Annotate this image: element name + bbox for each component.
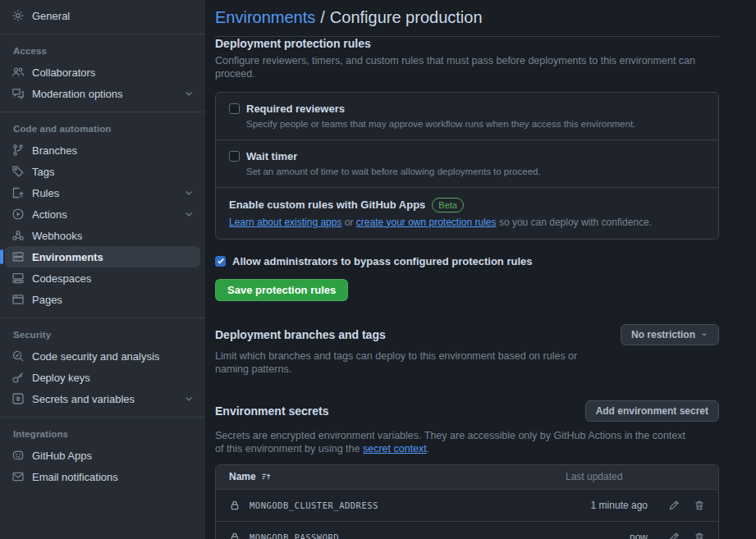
dropdown-selected-value: No restriction — [631, 329, 695, 340]
breadcrumb: Environments/Configure production — [215, 0, 719, 37]
settings-sidebar: General Access Collaborators Moderation … — [0, 0, 205, 539]
sidebar-item-label: Environments — [32, 251, 103, 263]
edit-secret-button[interactable] — [668, 532, 680, 539]
rule-custom-github-apps: Enable custom rules with GitHub Apps Bet… — [216, 187, 718, 239]
sidebar-item-label: Webhooks — [32, 230, 82, 242]
custom-rules-or-text: or — [341, 217, 355, 228]
rule-label: Required reviewers — [246, 103, 345, 115]
sidebar-item-branches[interactable]: Branches — [5, 139, 200, 161]
custom-rules-suffix-text: so you can deploy with confidence. — [497, 217, 652, 228]
protection-rules-box: Required reviewers Specify people or tea… — [215, 92, 719, 240]
beta-badge: Beta — [432, 198, 464, 212]
sidebar-section-access: Access — [0, 42, 205, 62]
column-header-name: Name — [229, 471, 256, 482]
sidebar-divider — [0, 417, 205, 418]
deployment-branches-description: Limit which branches and tags can deploy… — [215, 349, 607, 377]
secret-name: MONGODB_CLUSTER_ADDRESS — [250, 500, 378, 510]
sidebar-item-code-security[interactable]: Code security and analysis — [5, 345, 200, 367]
sidebar-item-collaborators[interactable]: Collaborators — [5, 62, 200, 83]
delete-secret-button[interactable] — [694, 500, 705, 511]
server-stack-icon — [11, 250, 25, 263]
sidebar-item-codespaces[interactable]: Codespaces — [5, 267, 200, 289]
environment-secrets-section: Environment secrets Add environment secr… — [215, 400, 719, 539]
rule-wait-timer: Wait timer Set an amount of time to wait… — [216, 139, 718, 187]
edit-secret-button[interactable] — [668, 500, 680, 511]
protection-rules-heading: Deployment protection rules — [215, 37, 719, 50]
chevron-down-icon — [184, 394, 194, 404]
sidebar-item-label: Collaborators — [32, 66, 95, 79]
sidebar-item-label: Moderation options — [32, 88, 123, 100]
webhook-icon — [11, 229, 25, 242]
branch-restriction-dropdown[interactable]: No restriction — [621, 324, 719, 345]
pencil-icon — [668, 532, 680, 539]
sidebar-item-deploy-keys[interactable]: Deploy keys — [5, 367, 200, 388]
rule-description: Specify people or teams that may approve… — [246, 119, 705, 129]
sidebar-item-pages[interactable]: Pages — [5, 289, 200, 310]
sidebar-item-label: GitHub Apps — [32, 450, 92, 462]
sidebar-section-code-automation: Code and automation — [0, 120, 205, 139]
secrets-table: Name Last updated MONGODB_CLUSTER_ADDRES… — [215, 464, 719, 539]
secrets-description-text: Secrets are encrypted environment variab… — [215, 430, 685, 454]
pencil-icon — [668, 500, 680, 511]
sidebar-item-label: Codespaces — [32, 272, 91, 285]
environment-secrets-heading: Environment secrets — [215, 404, 329, 418]
sidebar-item-general[interactable]: General — [5, 5, 200, 26]
sidebar-divider — [0, 317, 205, 318]
main-content: Environments/Configure production Deploy… — [205, 0, 756, 539]
bypass-checkbox[interactable] — [215, 256, 226, 267]
sidebar-section-security: Security — [0, 326, 205, 345]
key-icon — [11, 371, 25, 384]
breadcrumb-environments-link[interactable]: Environments — [215, 8, 315, 26]
sidebar-item-secrets-variables[interactable]: Secrets and variables — [5, 388, 200, 409]
sort-ascending-icon[interactable] — [261, 472, 272, 482]
secret-box-icon — [11, 392, 25, 405]
sidebar-item-github-apps[interactable]: GitHub Apps — [5, 445, 200, 466]
sidebar-item-rules[interactable]: Rules — [5, 182, 200, 203]
save-protection-rules-button[interactable]: Save protection rules — [215, 279, 348, 301]
rules-icon — [11, 186, 25, 199]
sidebar-item-label: Email notifications — [32, 471, 118, 483]
learn-existing-apps-link[interactable]: Learn about existing apps — [229, 217, 341, 228]
sidebar-item-label: Pages — [32, 294, 62, 306]
create-protection-rules-link[interactable]: create your own protection rules — [356, 217, 497, 228]
sidebar-section-integrations: Integrations — [0, 425, 205, 445]
chevron-down-icon — [184, 188, 194, 198]
custom-rules-label: Enable custom rules with GitHub Apps — [229, 199, 425, 211]
sidebar-item-environments[interactable]: Environments — [5, 246, 200, 267]
secret-context-link[interactable]: secret context — [363, 443, 427, 454]
sidebar-item-email-notifications[interactable]: Email notifications — [5, 466, 200, 487]
sidebar-item-label: General — [32, 10, 70, 22]
play-circle-icon — [11, 208, 25, 221]
wait-timer-checkbox[interactable] — [229, 151, 240, 162]
secret-name: MONGODB_PASSWORD — [250, 532, 339, 539]
table-row: MONGODB_PASSWORD now — [216, 521, 718, 539]
hubot-icon — [11, 449, 25, 462]
add-environment-secret-button[interactable]: Add environment secret — [585, 400, 719, 422]
custom-rules-links: Learn about existing apps or create your… — [229, 217, 705, 228]
required-reviewers-checkbox[interactable] — [229, 103, 240, 114]
rule-label: Wait timer — [246, 150, 297, 162]
sidebar-item-label: Actions — [32, 208, 67, 221]
column-header-last-updated: Last updated — [566, 471, 705, 482]
sidebar-item-moderation-options[interactable]: Moderation options — [5, 83, 200, 104]
delete-secret-button[interactable] — [694, 532, 705, 539]
rule-description: Set an amount of time to wait before all… — [246, 167, 705, 176]
sidebar-item-webhooks[interactable]: Webhooks — [5, 225, 200, 246]
deployment-branches-heading: Deployment branches and tags — [215, 328, 386, 341]
rule-required-reviewers: Required reviewers Specify people or tea… — [216, 93, 718, 139]
sidebar-item-label: Tags — [32, 166, 54, 178]
trash-icon — [694, 500, 705, 511]
table-row: MONGODB_CLUSTER_ADDRESS 1 minute ago — [216, 489, 718, 522]
trash-icon — [694, 532, 705, 539]
bypass-label: Allow administrators to bypass configure… — [232, 255, 533, 267]
sidebar-item-tags[interactable]: Tags — [5, 161, 200, 182]
lock-icon — [229, 532, 241, 539]
chevron-down-icon — [184, 209, 194, 219]
sidebar-item-actions[interactable]: Actions — [5, 203, 200, 225]
protection-rules-description: Configure reviewers, timers, and custom … — [215, 54, 719, 81]
gear-icon — [11, 9, 25, 22]
git-branch-icon — [11, 144, 25, 157]
sidebar-item-label: Deploy keys — [32, 372, 90, 384]
browser-icon — [11, 293, 25, 306]
sidebar-divider — [0, 112, 205, 112]
